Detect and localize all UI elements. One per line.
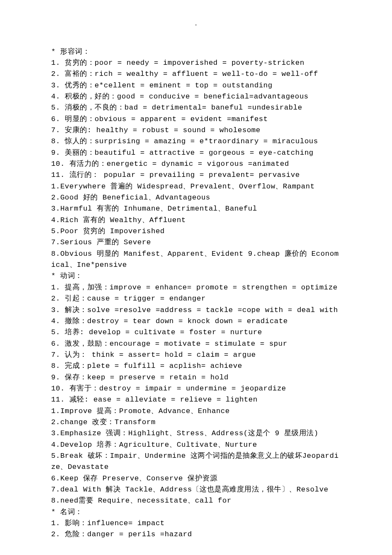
text-line: 6. 激发，鼓励：encourage = motivate = stimulat… xyxy=(51,338,341,350)
text-line: 4. 撤除：destroy = tear down = knock down =… xyxy=(51,316,341,327)
text-line: 1. 影响：influence= impact xyxy=(51,518,341,529)
text-line: * 动词： xyxy=(51,271,341,282)
text-line: 5.Poor 贫穷的 Impoverished xyxy=(51,226,341,237)
text-line: 2. 危险：danger = perils =hazard xyxy=(51,529,341,540)
document-body: * 形容词：1. 贫穷的：poor = needy = impoverished… xyxy=(51,46,341,541)
text-line: 7.Serious 严重的 Severe xyxy=(51,237,341,248)
text-line: 1. 贫穷的：poor = needy = impoverished = pov… xyxy=(51,58,341,69)
text-line: 2.change 改变：Transform xyxy=(51,417,341,428)
text-line: 5.Break 破坏：Impair、Undermine 这两个词指的是抽象意义上… xyxy=(51,451,341,473)
text-line: 1. 提高，加强：improve = enhance= promote = st… xyxy=(51,282,341,293)
text-line: 2. 引起：cause = trigger = endanger xyxy=(51,293,341,304)
text-line: 1.Improve 提高：Promote、Advance、Enhance xyxy=(51,406,341,417)
text-line: 2.Good 好的 Beneficial、Advantageous xyxy=(51,192,341,203)
text-line: 9. 美丽的：beautiful = attractive = gorgeous… xyxy=(51,147,341,159)
text-line: 1.Everywhere 普遍的 Widespread、Prevalent、Ov… xyxy=(51,181,341,192)
header-mark: - xyxy=(51,21,341,29)
text-line: 7.deal With 解决 Tackle、Address〔这也是高难度用法，很… xyxy=(51,484,341,507)
text-line: 5. 培养: develop = cultivate = foster = nu… xyxy=(51,327,341,338)
text-line: 3. 优秀的：e*cellent = eminent = top = outst… xyxy=(51,80,341,91)
text-line: 3.Harmful 有害的 Inhumane、Detrimental、Banef… xyxy=(51,203,341,214)
text-line: 7. 安康的: healthy = robust = sound = whole… xyxy=(51,125,341,136)
text-line: 8. 完成：plete = fulfill = acplish= achieve xyxy=(51,361,341,372)
text-line: 3. 解决：solve =resolve =address = tackle =… xyxy=(51,305,341,316)
text-line: 5. 消极的，不良的：bad = detrimental= baneful =u… xyxy=(51,102,341,113)
text-line: 8. 惊人的：surprising = amazing = e*traordin… xyxy=(51,136,341,147)
text-line: 4.Develop 培养：Agriculture、Cultivate、Nurtu… xyxy=(51,439,341,451)
text-line: 4. 积极的，好的：good = conducive = beneficial=… xyxy=(51,91,341,102)
text-line: 10. 有活力的：energetic = dynamic = vigorous … xyxy=(51,159,341,170)
text-line: 6. 明显的：obvious = apparent = evident =man… xyxy=(51,114,341,125)
text-line: 10. 有害于：destroy = impair = undermine = j… xyxy=(51,383,341,394)
text-line: 4.Rich 富有的 Wealthy、Affluent xyxy=(51,215,341,226)
text-line: 11. 流行的： popular = prevailing = prevalen… xyxy=(51,170,341,181)
text-line: 7. 认为： think = assert= hold = claim = ar… xyxy=(51,350,341,361)
text-line: 3.Emphasize 强调：Highlight、Stress、Address(… xyxy=(51,428,341,439)
text-line: 8.Obvious 明显的 Manifest、Apparent、Evident … xyxy=(51,249,341,271)
text-line: * 名词： xyxy=(51,507,341,518)
text-line: 2. 富裕的：rich = wealthy = affluent = well-… xyxy=(51,69,341,80)
text-line: 6.Keep 保存 Preserve、Conserve 保护资源 xyxy=(51,473,341,484)
text-line: 9. 保存：keep = preserve = retain = hold xyxy=(51,372,341,383)
text-line: * 形容词： xyxy=(51,46,341,58)
text-line: 11. 减轻: ease = alleviate = relieve = lig… xyxy=(51,394,341,405)
